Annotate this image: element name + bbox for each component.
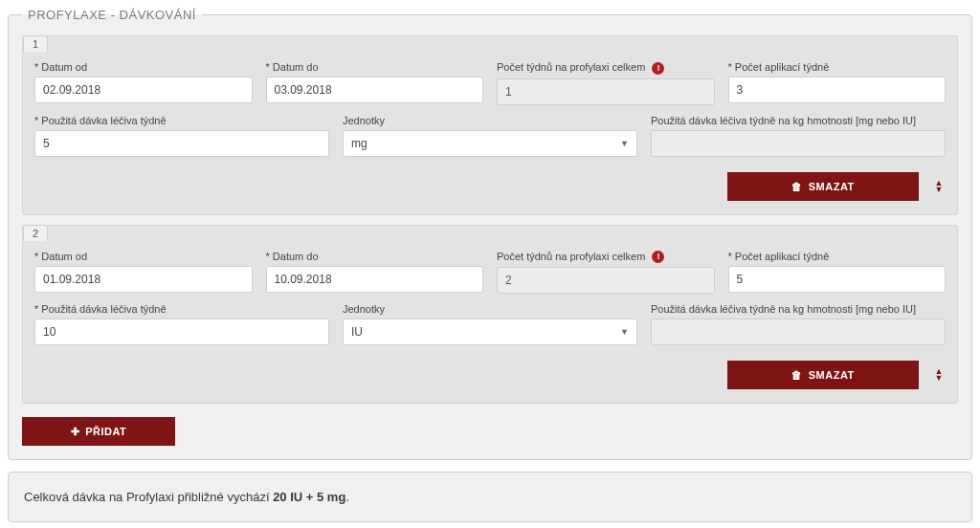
field-datum-od: * Datum od [34,61,253,105]
label-pocet-aplikaci: * Počet aplikací týdně [728,61,947,73]
label-davka-kg: Použitá dávka léčiva týdně na kg hmotnos… [651,303,946,315]
readonly-davka-kg [651,130,946,157]
input-datum-od[interactable] [34,266,253,293]
delete-button[interactable]: 🗑 SMAZAT [727,172,919,201]
label-datum-do: * Datum do [266,251,484,262]
sort-handle[interactable]: ▲ ▼ [932,180,946,193]
field-pocet-aplikaci: * Počet aplikací týdně [728,251,947,295]
add-button-label: PŘIDAT [85,426,126,437]
section-legend: PROFYLAXE - DÁVKOVÁNÍ [22,8,202,22]
entry-index-tab[interactable]: 1 [23,35,48,52]
input-datum-od[interactable] [34,77,253,103]
select-jednotky[interactable]: mg ▼ [343,130,637,157]
warning-icon: ! [652,251,664,263]
field-pocet-tydnu: Počet týdnů na profylaxi celkem ! 1 [497,61,715,105]
summary-suffix: . [345,490,349,504]
select-jednotky-value: mg [351,137,368,150]
field-datum-do: * Datum do [266,61,484,105]
field-davka-tydne: * Použitá dávka léčiva týdně [34,303,329,345]
label-pocet-tydnu: Počet týdnů na profylaxi celkem ! [497,251,715,264]
dosing-entry: 2 * Datum od * Datum do Počet týdnů na p… [22,225,958,405]
label-datum-od: * Datum od [34,61,253,73]
prophylaxis-dosing-section: PROFYLAXE - DÁVKOVÁNÍ 1 * Datum od * Dat… [8,8,972,460]
label-davka-kg: Použitá dávka léčiva týdně na kg hmotnos… [651,115,946,126]
chevron-down-icon: ▼ [935,187,944,193]
delete-button-label: SMAZAT [809,369,855,381]
field-davka-kg: Použitá dávka léčiva týdně na kg hmotnos… [651,115,946,157]
field-datum-do: * Datum do [266,251,484,295]
chevron-down-icon: ▼ [620,327,629,337]
label-davka-tydne: * Použitá dávka léčiva týdně [34,303,329,315]
delete-button[interactable]: 🗑 SMAZAT [727,361,919,389]
input-davka-tydne[interactable] [34,319,329,345]
plus-icon: ✚ [71,426,80,438]
label-pocet-tydnu: Počet týdnů na profylaxi celkem ! [497,61,715,75]
summary-box: Celková dávka na Profylaxi přibližné vyc… [8,472,972,522]
warning-icon: ! [652,62,664,75]
field-datum-od: * Datum od [34,251,253,295]
readonly-davka-kg [651,319,946,345]
chevron-down-icon: ▼ [935,375,944,382]
field-pocet-tydnu: Počet týdnů na profylaxi celkem ! 2 [497,251,715,295]
input-davka-tydne[interactable] [34,130,329,157]
sort-handle[interactable]: ▲ ▼ [932,368,946,382]
field-jednotky: Jednotky mg ▼ [343,115,637,157]
label-jednotky: Jednotky [343,115,637,126]
trash-icon: 🗑 [791,181,803,192]
field-pocet-aplikaci: * Počet aplikací týdně [728,61,947,105]
field-jednotky: Jednotky IU ▼ [343,303,637,345]
summary-prefix: Celková dávka na Profylaxi přibližné vyc… [24,490,273,504]
select-jednotky[interactable]: IU ▼ [343,319,637,345]
select-jednotky-value: IU [351,325,363,339]
summary-value: 20 IU + 5 mg [273,490,345,504]
field-davka-kg: Použitá dávka léčiva týdně na kg hmotnos… [651,303,946,345]
delete-button-label: SMAZAT [809,181,855,192]
add-button[interactable]: ✚ PŘIDAT [22,417,175,446]
entry-index-tab[interactable]: 2 [23,225,48,241]
label-pocet-aplikaci: * Počet aplikací týdně [728,251,947,262]
trash-icon: 🗑 [791,369,803,381]
label-datum-do: * Datum do [266,61,484,73]
chevron-down-icon: ▼ [620,139,629,148]
label-jednotky: Jednotky [343,303,637,315]
dosing-entry: 1 * Datum od * Datum do Počet týdnů na p… [22,35,958,215]
label-davka-tydne: * Použitá dávka léčiva týdně [34,115,329,126]
readonly-pocet-tydnu: 1 [497,78,715,105]
label-datum-od: * Datum od [34,251,253,262]
input-datum-do[interactable] [266,77,484,103]
field-davka-tydne: * Použitá dávka léčiva týdně [34,115,329,157]
input-datum-do[interactable] [266,266,484,293]
input-pocet-aplikaci[interactable] [728,77,947,103]
readonly-pocet-tydnu: 2 [497,267,715,294]
input-pocet-aplikaci[interactable] [728,266,947,293]
